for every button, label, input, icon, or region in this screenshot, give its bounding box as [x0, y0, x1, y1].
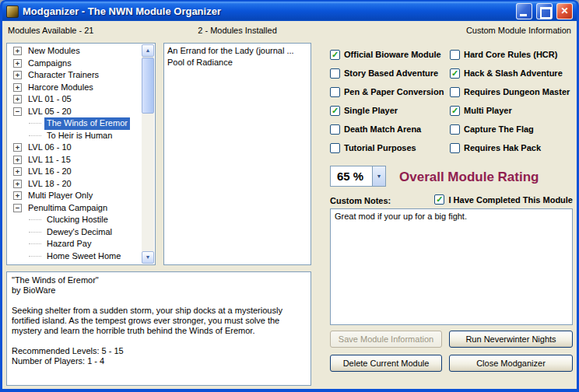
tree-connector	[29, 135, 41, 136]
scroll-up-icon[interactable]: ▲	[142, 44, 154, 57]
checkbox-checked-icon[interactable]: ✓	[434, 194, 444, 205]
scrollbar-thumb[interactable]	[142, 58, 154, 114]
tree-item-label[interactable]: LVL 01 - 05	[26, 93, 74, 106]
tree-item-label[interactable]: Multi Player Only	[26, 190, 95, 202]
tree-item[interactable]: −Penultima Campaign	[7, 202, 142, 215]
tree-item[interactable]: +New Modules	[7, 45, 142, 58]
close-modganizer-button[interactable]: Close Modganizer	[449, 355, 573, 372]
installed-list-item[interactable]: Pool of Radiance	[164, 57, 311, 68]
checkbox-checked-icon[interactable]: ✓	[450, 68, 460, 79]
attribute-checkbox[interactable]: Requires Dungeon Master	[450, 86, 575, 97]
checkbox-checked-icon[interactable]: ✓	[330, 50, 340, 60]
checkbox-unchecked-icon[interactable]	[330, 124, 340, 135]
tree-item[interactable]: +Character Trainers	[7, 69, 142, 82]
save-module-information-button[interactable]: Save Module Information	[330, 331, 442, 348]
attribute-checkbox[interactable]: ✓Hack & Slash Adventure	[450, 68, 575, 79]
tree-scrollbar[interactable]: ▲ ▼	[142, 44, 154, 264]
tree-item[interactable]: +LVL 16 - 20	[7, 166, 142, 178]
tree-item-label[interactable]: Dewey's Decimal	[44, 226, 114, 239]
tree-item[interactable]: +LVL 01 - 05	[7, 93, 142, 106]
tree-item[interactable]: +LVL 11 - 15	[7, 154, 142, 166]
expand-plus-icon[interactable]: +	[13, 59, 22, 68]
attribute-checkbox[interactable]: Death Match Arena	[330, 124, 450, 135]
titlebar[interactable]: Modganizer - The NWN Module Organizer	[2, 2, 577, 21]
tree-item[interactable]: +Harcore Modules	[7, 82, 142, 94]
attribute-checkbox[interactable]: Capture The Flag	[450, 124, 575, 135]
rating-value: 65 %	[331, 166, 372, 186]
checkbox-checked-icon[interactable]: ✓	[450, 106, 460, 116]
attribute-checkbox[interactable]: Hard Core Rules (HCR)	[450, 49, 575, 60]
tree-item[interactable]: Home Sweet Home	[7, 250, 142, 263]
completed-checkbox[interactable]: ✓ I Have Completed This Module	[434, 194, 573, 205]
rating-combo[interactable]: 65 % ▼	[330, 166, 386, 187]
expand-plus-icon[interactable]: +	[13, 191, 22, 200]
expand-plus-icon[interactable]: +	[13, 143, 22, 152]
tree-item-label[interactable]: New Modules	[26, 45, 82, 58]
attribute-checkbox[interactable]: ✓Official Bioware Module	[330, 49, 450, 60]
attribute-checkbox[interactable]: ✓Single Player	[330, 105, 450, 116]
expand-plus-icon[interactable]: +	[13, 167, 22, 176]
tree-item-label[interactable]: To Heir is Human	[44, 130, 114, 142]
tree-item[interactable]: +LVL 18 - 20	[7, 178, 142, 191]
tree-item-label[interactable]: Character Trainers	[26, 69, 101, 82]
installed-list-item[interactable]: An Errand for the Lady (journal ...	[164, 45, 311, 57]
attribute-checkbox[interactable]: Requires Hak Pack	[450, 142, 575, 153]
installed-list[interactable]: An Errand for the Lady (journal ...Pool …	[163, 43, 311, 265]
custom-notes-textarea[interactable]: Great mod if your up for a big fight.	[330, 208, 573, 325]
tree-item[interactable]: +Campaigns	[7, 58, 142, 70]
expand-plus-icon[interactable]: +	[13, 83, 22, 92]
run-neverwinter-nights-button[interactable]: Run Neverwinter Nights	[449, 331, 573, 348]
tree-item[interactable]: To Heir is Human	[7, 130, 142, 142]
checkbox-unchecked-icon[interactable]	[330, 87, 340, 97]
expand-plus-icon[interactable]: +	[13, 156, 22, 164]
close-button[interactable]	[556, 3, 573, 19]
module-tree[interactable]: +New Modules+Campaigns+Character Trainer…	[7, 44, 142, 264]
combo-dropdown-icon[interactable]: ▼	[372, 166, 385, 186]
attribute-checkbox[interactable]: Tutorial Purposes	[330, 142, 450, 153]
checkbox-unchecked-icon[interactable]	[450, 124, 460, 135]
module-description-box[interactable]: "The Winds of Eremor" by BioWare Seeking…	[6, 271, 311, 386]
tree-item[interactable]: Dewey's Decimal	[7, 226, 142, 239]
tree-item-label[interactable]: The Winds of Eremor	[44, 117, 130, 130]
checkbox-unchecked-icon[interactable]	[450, 87, 460, 97]
tree-item[interactable]: +Multi Player Only	[7, 190, 142, 202]
checkbox-unchecked-icon[interactable]	[330, 68, 340, 79]
attribute-checkbox[interactable]: ✓Multi Player	[450, 105, 575, 116]
tree-item-label[interactable]: Home Sweet Home	[44, 250, 123, 263]
collapse-minus-icon[interactable]: −	[13, 204, 22, 212]
checkbox-unchecked-icon[interactable]	[330, 143, 340, 153]
tree-item-label[interactable]: LVL 18 - 20	[26, 178, 74, 191]
tree-item-label[interactable]: LVL 16 - 20	[26, 166, 74, 178]
tree-item[interactable]: Clucking Hostile	[7, 214, 142, 226]
delete-current-module-button[interactable]: Delete Current Module	[330, 355, 442, 372]
expand-plus-icon[interactable]: +	[13, 47, 22, 55]
tree-item-label[interactable]: LVL 05 - 20	[26, 106, 74, 118]
tree-item-label[interactable]: Harcore Modules	[26, 82, 96, 94]
minimize-button[interactable]	[516, 3, 532, 19]
tree-item-label[interactable]: Penultima Campaign	[26, 202, 110, 215]
tree-item[interactable]: Hazard Pay	[7, 238, 142, 250]
expand-plus-icon[interactable]: +	[13, 180, 22, 188]
tree-item-label[interactable]: Clucking Hostile	[44, 214, 111, 226]
attribute-checkbox-grid: ✓Official Bioware ModuleHard Core Rules …	[330, 49, 575, 153]
expand-plus-icon[interactable]: +	[13, 95, 22, 103]
expand-plus-icon[interactable]: +	[13, 71, 22, 79]
tree-item-label[interactable]: LVL 06 - 10	[26, 142, 74, 154]
overall-module-rating-label: Overall Module Rating	[399, 170, 539, 185]
tree-item-label[interactable]: Campaigns	[26, 58, 74, 70]
maximize-button[interactable]	[536, 3, 553, 19]
checkbox-unchecked-icon[interactable]	[450, 143, 460, 153]
checkbox-checked-icon[interactable]: ✓	[330, 106, 340, 116]
collapse-minus-icon[interactable]: −	[13, 107, 22, 116]
scroll-down-icon[interactable]: ▼	[142, 251, 154, 264]
tree-item-label[interactable]: Hazard Pay	[44, 238, 93, 250]
attribute-checkbox[interactable]: Story Based Adventure	[330, 68, 450, 79]
tree-item[interactable]: +LVL 06 - 10	[7, 142, 142, 154]
attribute-checkbox[interactable]: Pen & Paper Conversion	[330, 86, 450, 97]
tree-item-label[interactable]: LVL 11 - 15	[26, 154, 73, 166]
checkbox-unchecked-icon[interactable]	[450, 50, 460, 60]
checkbox-label: Single Player	[344, 106, 398, 115]
checkbox-label: Hack & Slash Adventure	[464, 68, 563, 78]
tree-item[interactable]: −LVL 05 - 20	[7, 106, 142, 118]
tree-item[interactable]: The Winds of Eremor	[7, 117, 142, 130]
